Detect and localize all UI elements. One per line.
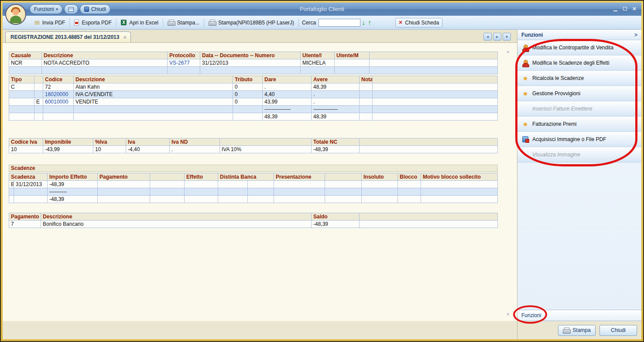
tab-bar: REGISTRAZIONE 2013.48857 del 31/12/2013 … — [3, 30, 517, 43]
search-next-button[interactable]: ↓ — [360, 19, 367, 27]
scroll-down-icon[interactable]: ▼ — [506, 312, 510, 317]
td-dare-totale: 48,39 — [263, 113, 312, 121]
close-button[interactable]: × — [630, 5, 639, 13]
td-codice: 60010000 — [43, 98, 74, 106]
tab-scroll-left-button[interactable]: ◄ — [483, 33, 492, 41]
search-input[interactable] — [319, 19, 360, 27]
toolbar: ✉ Invia PDF Esporta PDF X Apri in Excel … — [3, 16, 641, 30]
sidebar-item-modifica-scadenze[interactable]: Modifica le Scadenze degli Effetti — [517, 55, 641, 71]
minimize-button[interactable] — [611, 5, 620, 13]
th-iva-nd: Iva ND — [170, 138, 220, 146]
td-pagamento — [98, 181, 150, 188]
th-insoluto: Insoluto — [362, 173, 398, 181]
th-descrizione: Descrizione — [41, 213, 312, 221]
window-title: Portafoglio Clienti — [300, 3, 344, 16]
tab-registrazione[interactable]: REGISTRAZIONE 2013.48857 del 31/12/2013 … — [5, 31, 131, 42]
sidebar-item-modifica-contropartite[interactable]: Modifica le Contropartite di Vendita — [517, 40, 641, 55]
sidebar-item-ricalcola-scadenze[interactable]: ★ Ricalcola le Scadenze — [517, 71, 641, 86]
stampa-stampante-button[interactable]: Stampa(NPI0189B5 (HP LaserJ) — [206, 18, 297, 27]
td-scadenza: 31/12/2013 — [14, 181, 48, 188]
chevron-down-icon: ▼ — [505, 35, 509, 39]
td-empty — [150, 181, 185, 188]
icon-wrap — [522, 45, 529, 51]
iva-table: Codice Iva Imponibile %Iva Iva Iva ND To… — [9, 138, 498, 153]
td-empty — [218, 196, 248, 203]
maximize-icon — [623, 7, 627, 10]
td-empty — [9, 188, 14, 196]
stampa-button[interactable]: Stampa... — [164, 18, 202, 27]
separator — [163, 18, 163, 27]
td-empty — [9, 67, 42, 74]
chiudi-scheda-button[interactable]: × Chiudi Scheda — [395, 18, 442, 28]
quick-access-bar: Funzioni ▾ Chiudi — [30, 4, 110, 14]
tab-close-icon[interactable]: × — [123, 34, 127, 41]
funzioni-panel: Funzioni > Modifica le Contropartite di … — [517, 30, 641, 339]
td-imponibile: -43,99 — [43, 146, 93, 153]
maximize-button[interactable] — [620, 5, 629, 13]
envelope-icon: ✉ — [34, 20, 40, 25]
table-row: 7 Bonifico Bancario -48,39 — [9, 221, 498, 228]
close-tab-icon: × — [399, 20, 402, 25]
separator — [298, 18, 299, 27]
th-distinta-banca: Distinta Banca — [218, 173, 274, 181]
sidebar-item-label: Visualizza Immagine — [532, 152, 580, 158]
search-prev-button[interactable]: ↑ — [367, 19, 373, 27]
td-importo-effetto: -48,39 — [48, 181, 98, 188]
scroll-up-icon[interactable]: ▲ — [506, 49, 510, 54]
detach-window-button[interactable] — [64, 4, 78, 14]
td-importo-effetto: ---------- — [48, 188, 98, 196]
td-empty — [43, 106, 74, 113]
sidebar-item-acquisisci-immagine[interactable]: Acquisisci Immagine o File PDF — [517, 132, 641, 147]
td-descrizione: IVA C/VENDITE — [74, 91, 233, 98]
icon-wrap: ★ — [522, 90, 529, 97]
td-empty — [9, 106, 34, 113]
chevron-right-icon[interactable]: > — [634, 32, 637, 38]
invia-pdf-button[interactable]: ✉ Invia PDF — [31, 18, 68, 27]
funzioni-group-button[interactable]: Funzioni — [517, 310, 641, 321]
footer-bar: Stampa Chiudi — [517, 321, 641, 339]
td-empty — [168, 67, 200, 74]
edit-user-icon — [522, 60, 528, 66]
separator-row: ---------- — [9, 188, 498, 196]
apri-excel-button[interactable]: X Apri in Excel — [118, 18, 161, 27]
td-tipo-scadenza: B — [9, 181, 14, 188]
td-importo-totale: -48,39 — [48, 196, 98, 203]
td-empty — [274, 188, 325, 196]
td-empty — [14, 196, 48, 203]
sidebar-item-fatturazione-premi[interactable]: ★ Fatturazione Premi — [517, 117, 641, 132]
bottom-strip — [3, 321, 517, 339]
tab-scroll-right-button[interactable]: ► — [493, 33, 501, 41]
tab-list-button[interactable]: ▼ — [503, 33, 511, 41]
esporta-pdf-button[interactable]: Esporta PDF — [71, 18, 115, 27]
funzioni-panel-title: Funzioni — [521, 32, 543, 38]
chiudi-footer-button[interactable]: Chiudi — [599, 325, 637, 336]
stampa-footer-button[interactable]: Stampa — [558, 325, 596, 336]
td-empty — [421, 196, 498, 203]
td-empty — [325, 181, 362, 188]
td-descrizione: Alan Kahn — [74, 83, 233, 91]
td-tributo: 0 — [233, 98, 263, 106]
th-empty — [360, 213, 498, 221]
td-empty — [9, 113, 34, 121]
window-controls: × — [611, 5, 639, 13]
th-utente-i: Utente/I — [301, 52, 335, 59]
th-empty — [220, 138, 312, 146]
th-tributo: Tributo — [233, 76, 263, 83]
excel-icon: X — [121, 20, 127, 25]
th-empty — [373, 76, 498, 83]
totals-row: 48,39 48,39 — [9, 113, 498, 121]
td-iva-nd: . — [170, 146, 220, 153]
th-effetto: Effetto — [185, 173, 218, 181]
stampa-footer-label: Stampa — [572, 327, 590, 333]
header-row: Scadenza Importo Effetto Pagamento Effet… — [9, 173, 498, 181]
funzioni-menu-button[interactable]: Funzioni ▾ — [30, 4, 62, 14]
th-data-documento-numero: Data -- Documento -- Numero — [200, 52, 301, 59]
pagamento-table: Pagamento Descrizione Saldo 7 Bonifico B… — [9, 213, 498, 228]
arrow-down-icon: ↓ — [362, 19, 365, 26]
chiudi-menu-button[interactable]: Chiudi — [80, 4, 110, 14]
avatar — [5, 4, 26, 25]
scadenze-table: Scadenza Importo Effetto Pagamento Effet… — [9, 173, 498, 203]
sidebar-item-gestione-provvigioni[interactable]: ★ Gestione Provvigioni — [517, 86, 641, 101]
td-empty — [362, 196, 398, 203]
th-descrizione: Descrizione — [74, 76, 233, 83]
